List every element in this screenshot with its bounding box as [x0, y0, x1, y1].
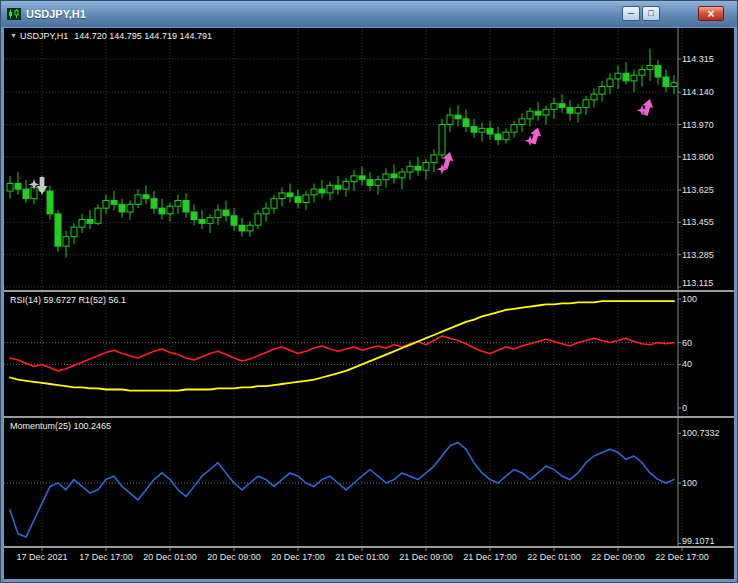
- svg-text:20 Dec 09:00: 20 Dec 09:00: [207, 552, 261, 562]
- svg-text:21 Dec 17:00: 21 Dec 17:00: [463, 552, 517, 562]
- window-title: USDJPY,H1: [26, 8, 86, 20]
- svg-text:113.285: 113.285: [682, 250, 714, 260]
- maximize-button[interactable]: □: [642, 6, 660, 21]
- svg-text:21 Dec 09:00: 21 Dec 09:00: [399, 552, 453, 562]
- svg-text:114.315: 114.315: [682, 54, 714, 64]
- svg-text:113.455: 113.455: [682, 217, 714, 227]
- minimize-icon: ─: [628, 9, 634, 18]
- svg-text:20 Dec 01:00: 20 Dec 01:00: [143, 552, 197, 562]
- chart-window-icon: [7, 8, 21, 20]
- close-button[interactable]: ×: [698, 6, 724, 21]
- svg-text:60: 60: [682, 338, 692, 348]
- main-chart-canvas[interactable]: 114.315114.140113.970113.800113.625113.4…: [4, 28, 734, 290]
- svg-text:21 Dec 01:00: 21 Dec 01:00: [335, 552, 389, 562]
- titlebar[interactable]: USDJPY,H1 ─ □ ×: [1, 1, 737, 27]
- time-axis[interactable]: 17 Dec 202117 Dec 17:0020 Dec 01:0020 De…: [4, 548, 734, 579]
- svg-text:100: 100: [682, 294, 697, 304]
- svg-text:20 Dec 17:00: 20 Dec 17:00: [271, 552, 325, 562]
- svg-text:100.7332: 100.7332: [682, 428, 720, 438]
- minimize-button[interactable]: ─: [622, 6, 640, 21]
- rsi-canvas[interactable]: 10060400: [4, 292, 734, 416]
- main-chart-panel: 114.315114.140113.970113.800113.625113.4…: [4, 28, 734, 290]
- svg-text:114.140: 114.140: [682, 87, 714, 97]
- momentum-canvas[interactable]: 100.733210099.1071: [4, 418, 734, 546]
- close-icon: ×: [707, 8, 714, 20]
- svg-text:113.970: 113.970: [682, 120, 714, 130]
- rsi-panel: 10060400 RSI(14) 59.6727 R1(52) 56.1: [4, 292, 734, 416]
- svg-text:22 Dec 01:00: 22 Dec 01:00: [527, 552, 581, 562]
- time-axis-canvas[interactable]: 17 Dec 202117 Dec 17:0020 Dec 01:0020 De…: [4, 548, 734, 579]
- svg-text:113.115: 113.115: [682, 278, 713, 288]
- svg-text:17 Dec 2021: 17 Dec 2021: [16, 552, 67, 562]
- svg-text:0: 0: [682, 403, 687, 413]
- momentum-panel: 100.733210099.1071 Momentum(25) 100.2465: [4, 418, 734, 546]
- svg-text:113.625: 113.625: [682, 185, 714, 195]
- svg-text:99.1071: 99.1071: [682, 536, 715, 546]
- svg-text:40: 40: [682, 359, 692, 369]
- svg-text:22 Dec 09:00: 22 Dec 09:00: [591, 552, 645, 562]
- maximize-icon: □: [648, 9, 653, 18]
- svg-text:100: 100: [682, 478, 697, 488]
- svg-text:17 Dec 17:00: 17 Dec 17:00: [79, 552, 133, 562]
- chart-client: 114.315114.140113.970113.800113.625113.4…: [4, 28, 734, 579]
- svg-text:113.800: 113.800: [682, 152, 714, 162]
- chart-window: USDJPY,H1 ─ □ × 114.315114.140113.970113…: [0, 0, 738, 583]
- svg-text:22 Dec 17:00: 22 Dec 17:00: [655, 552, 709, 562]
